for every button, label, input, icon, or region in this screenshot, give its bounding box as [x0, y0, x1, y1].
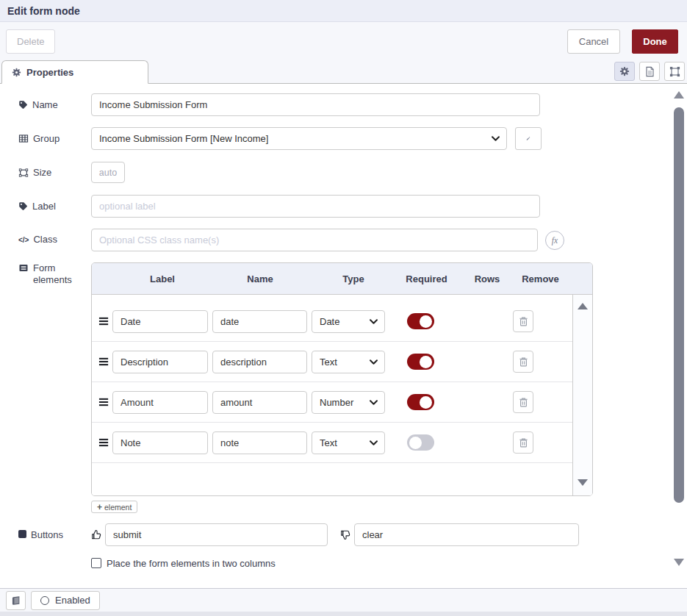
- enabled-toggle-button[interactable]: Enabled: [31, 591, 100, 610]
- two-columns-checkbox[interactable]: [91, 558, 101, 568]
- panel-scrollbar[interactable]: [673, 88, 685, 584]
- required-toggle[interactable]: [407, 313, 434, 329]
- drag-handle-icon[interactable]: [98, 396, 112, 408]
- document-icon: [644, 66, 655, 77]
- dialog-actions: Cancel Done: [567, 29, 678, 54]
- element-label-input[interactable]: [112, 351, 208, 373]
- class-label: </> Class: [18, 234, 91, 246]
- column-header-required: Required: [399, 273, 454, 284]
- scroll-down-icon[interactable]: [578, 479, 588, 486]
- form-elements-row: Form elements Label Name Type Required R…: [18, 262, 687, 513]
- trash-icon: [518, 356, 529, 368]
- thumbs-down-icon: [340, 529, 351, 540]
- element-label-input[interactable]: [112, 391, 208, 414]
- drag-handle-icon[interactable]: [98, 356, 112, 368]
- delete-element-button[interactable]: [513, 351, 533, 373]
- element-name-input[interactable]: [212, 310, 307, 333]
- trash-icon: [518, 437, 529, 448]
- edit-form-node-dialog: Edit form node Delete Cancel Done Proper…: [0, 0, 687, 616]
- two-columns-row: Place the form elements in two columns: [91, 557, 687, 569]
- tag-icon: [18, 201, 28, 211]
- appearance-tab-button[interactable]: [664, 62, 685, 81]
- element-label-input[interactable]: [112, 310, 208, 333]
- size-row: Size auto: [18, 161, 687, 184]
- buttons-row: Buttons: [18, 523, 687, 546]
- description-tab-button[interactable]: [639, 62, 660, 81]
- element-type-select[interactable]: Text: [312, 431, 385, 454]
- element-label-input[interactable]: [112, 431, 208, 454]
- form-elements-label: Form elements: [18, 262, 91, 286]
- required-toggle[interactable]: [407, 354, 434, 370]
- table-header: Label Name Type Required Rows Remove: [92, 263, 592, 295]
- expression-button[interactable]: fx: [545, 231, 564, 250]
- status-circle-icon: [40, 596, 49, 605]
- delete-element-button[interactable]: [513, 310, 533, 332]
- delete-button[interactable]: Delete: [6, 29, 55, 54]
- trash-icon: [518, 396, 529, 408]
- label-row: Label: [18, 195, 687, 218]
- required-toggle[interactable]: [407, 434, 434, 451]
- form-elements-table: Label Name Type Required Rows Remove: [91, 262, 593, 496]
- tab-properties[interactable]: Properties: [1, 60, 148, 84]
- pencil-icon: [526, 134, 530, 143]
- element-name-input[interactable]: [212, 431, 307, 454]
- class-input[interactable]: [91, 229, 538, 251]
- element-name-input[interactable]: [212, 351, 307, 373]
- dialog-bottom-edge: [0, 612, 687, 616]
- plus-icon: +: [97, 504, 102, 511]
- table-scrollbar[interactable]: [572, 295, 592, 495]
- element-type-select[interactable]: Date: [312, 310, 385, 333]
- element-type-select[interactable]: Number: [312, 391, 385, 414]
- properties-tab-button[interactable]: [614, 62, 635, 81]
- delete-element-button[interactable]: [513, 391, 533, 413]
- list-icon: [18, 263, 29, 273]
- tab-tool-buttons: [614, 62, 685, 81]
- delete-element-button[interactable]: [513, 431, 533, 454]
- cancel-button[interactable]: Cancel: [567, 29, 620, 54]
- gear-icon: [619, 66, 630, 76]
- size-auto-button[interactable]: auto: [91, 162, 125, 183]
- drag-handle-icon[interactable]: [98, 315, 112, 327]
- edit-group-button[interactable]: [515, 127, 542, 150]
- properties-panel: Name Group Income Submission Form [New I…: [0, 84, 687, 588]
- group-row: Group Income Submission Form [New Income…: [18, 127, 687, 150]
- table-body: Date: [92, 295, 592, 495]
- trash-icon: [518, 315, 529, 327]
- label-input[interactable]: [91, 195, 540, 218]
- buttons-label: Buttons: [18, 529, 91, 541]
- column-header-remove: Remove: [520, 273, 561, 284]
- dialog-titlebar: Edit form node: [0, 0, 687, 22]
- table-icon: [18, 134, 29, 143]
- code-icon: </>: [18, 234, 29, 246]
- fx-icon: fx: [552, 236, 558, 245]
- column-header-name: Name: [212, 273, 308, 284]
- tag-icon: [18, 100, 28, 110]
- name-label: Name: [18, 99, 91, 111]
- scroll-down-icon[interactable]: [674, 559, 684, 566]
- submit-button-text-input[interactable]: [105, 523, 328, 546]
- required-toggle[interactable]: [407, 394, 434, 410]
- node-info-button[interactable]: [6, 591, 26, 610]
- element-name-input[interactable]: [212, 391, 307, 414]
- form-element-row: Text: [92, 342, 573, 382]
- name-row: Name: [18, 93, 687, 116]
- element-type-select[interactable]: Text: [312, 351, 385, 373]
- scroll-up-icon[interactable]: [578, 303, 588, 309]
- add-element-button[interactable]: + element: [91, 501, 137, 513]
- clear-button-text-input[interactable]: [354, 523, 579, 546]
- done-button[interactable]: Done: [632, 29, 678, 54]
- two-columns-label: Place the form elements in two columns: [107, 558, 276, 569]
- class-row: </> Class fx: [18, 229, 687, 251]
- size-label: Size: [18, 167, 91, 179]
- name-input[interactable]: [91, 93, 540, 116]
- form-element-row: Text: [92, 423, 573, 463]
- group-select[interactable]: Income Submission Form [New Income]: [91, 127, 507, 150]
- enabled-label: Enabled: [55, 595, 90, 606]
- scrollbar-thumb[interactable]: [674, 107, 684, 503]
- gear-icon: [12, 68, 21, 77]
- scroll-up-icon[interactable]: [674, 91, 684, 99]
- book-icon: [11, 595, 21, 606]
- drag-handle-icon[interactable]: [98, 437, 112, 448]
- thumbs-up-icon: [91, 529, 102, 540]
- form-element-row: Date: [92, 301, 573, 342]
